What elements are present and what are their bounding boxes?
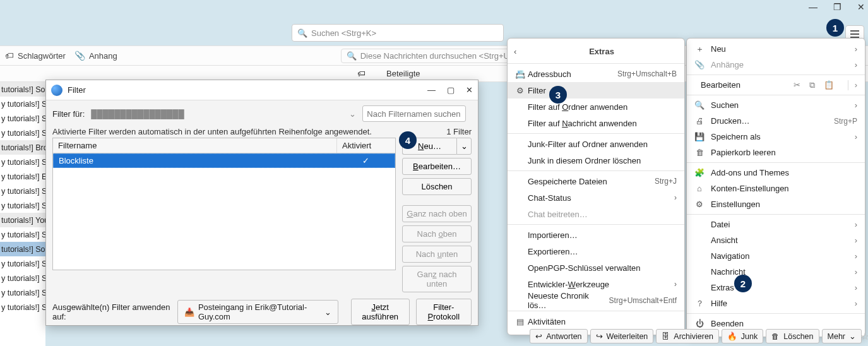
window-close-icon[interactable]: ✕ xyxy=(857,3,865,11)
message-row[interactable]: y tutorials!] S xyxy=(0,126,45,140)
extras-filter-message-label: Filter auf Nachricht anwenden xyxy=(528,119,637,128)
message-row[interactable]: y tutorials!] S xyxy=(0,97,45,111)
message-row[interactable]: y tutorials!] S xyxy=(0,111,45,126)
menu-search[interactable]: 🔍Suchen› xyxy=(687,97,865,113)
menu-attachments[interactable]: 📎Anhänge› xyxy=(687,57,865,73)
menu-settings[interactable]: ⚙Einstellungen xyxy=(687,196,865,212)
power-icon: ⏻ xyxy=(694,319,705,328)
star-icon[interactable]: ☆ xyxy=(860,330,868,342)
message-row[interactable]: y tutorials!] S xyxy=(0,155,45,169)
filter-list[interactable]: Filtername Aktiviert Blockliste ✓ xyxy=(52,138,396,270)
menu-addons[interactable]: 🧩Add-ons und Themes xyxy=(687,165,865,181)
dialog-maximize-icon[interactable]: ▢ xyxy=(447,85,455,95)
message-row[interactable]: y tutorials!] E xyxy=(0,169,45,184)
filter-delete-button[interactable]: Löschen xyxy=(402,178,472,195)
copy-icon[interactable]: ⧉ xyxy=(809,80,815,90)
menu-file[interactable]: Datei› xyxy=(687,217,865,232)
menu-accounts[interactable]: ⌂Konten-Einstellungen xyxy=(687,181,865,196)
filter-apply-target-select[interactable]: 📥Posteingang in Erik@Tutorial-Guy.com⌄ xyxy=(177,300,338,324)
message-row[interactable]: y tutorials!] S xyxy=(0,256,45,271)
menu-view[interactable]: Ansicht› xyxy=(687,232,865,248)
extras-chat-status[interactable]: Chat-Status› xyxy=(508,189,684,206)
dialog-minimize-icon[interactable]: — xyxy=(427,85,436,95)
tag-column-icon[interactable]: 🏷 xyxy=(357,69,366,78)
message-row[interactable]: y tutorials!] S xyxy=(0,285,45,300)
filter-list-header-name[interactable]: Filtername xyxy=(53,138,337,153)
window-minimize-icon[interactable]: — xyxy=(809,3,817,11)
extras-saved-files[interactable]: Gespeicherte DateienStrg+J xyxy=(508,173,684,189)
extras-devtools-label: Entwickler-Werkzeuge xyxy=(528,280,609,289)
chevron-right-icon: › xyxy=(855,251,857,261)
reply-label: Antworten xyxy=(546,332,581,341)
menu-help[interactable]: ？Hilfe› xyxy=(687,295,865,311)
chevron-right-icon: › xyxy=(855,283,857,292)
gear-icon: ⚙ xyxy=(694,200,705,209)
extras-import[interactable]: Importieren… xyxy=(508,227,684,243)
filter-protocol-button[interactable]: Filter-Protokoll xyxy=(416,299,472,325)
message-row[interactable]: tutorials!] Bro xyxy=(0,140,45,155)
menu-print[interactable]: 🖨Drucken…Strg+P xyxy=(687,113,865,129)
extras-junk-delete[interactable]: Junk in diesem Ordner löschen xyxy=(508,152,684,169)
column-header-participants[interactable]: Beteiligte xyxy=(380,69,426,78)
menu-new[interactable]: ＋Neu› xyxy=(687,41,865,57)
message-row[interactable]: tutorials!] Sor xyxy=(0,242,45,256)
extras-filter-message[interactable]: Filter auf Nachricht anwenden xyxy=(508,115,684,131)
menu-navigation[interactable]: Navigation› xyxy=(687,248,865,264)
reply-button[interactable]: ↩Antworten xyxy=(530,329,587,343)
paperclip-icon: 📎 xyxy=(694,60,705,69)
dialog-close-icon[interactable]: ✕ xyxy=(466,85,473,95)
delete-button[interactable]: 🗑Löschen xyxy=(766,329,819,343)
archive-button[interactable]: 🗄Archivieren xyxy=(656,329,719,343)
extras-export[interactable]: Exportieren… xyxy=(508,243,684,260)
filter-run-now-button[interactable]: Jetzt ausführen xyxy=(351,299,410,325)
forward-button[interactable]: ↪Weiterleiten xyxy=(590,329,654,343)
more-button[interactable]: Mehr⌄ xyxy=(822,329,862,343)
menu-settings-label: Einstellungen xyxy=(711,200,760,209)
back-icon[interactable]: ‹ xyxy=(514,47,525,56)
trash-icon: 🗑 xyxy=(694,148,705,157)
toolbar-tags-label: Schlagwörter xyxy=(18,51,66,61)
extras-clear-history[interactable]: Neueste Chronik lös…Strg+Umschalt+Entf xyxy=(508,292,684,309)
toolbar-attachment-button[interactable]: 📎Anhang xyxy=(74,51,117,61)
message-list[interactable]: tutorials!] Sory tutorials!] Sy tutorial… xyxy=(0,82,45,346)
filter-new-dropdown[interactable]: ⌄ xyxy=(456,138,472,155)
filter-account-select[interactable]: ████████████████⌄ xyxy=(91,109,356,119)
extras-filter-folder-label: Filter auf Ordner anwenden xyxy=(528,102,627,112)
window-maximize-icon[interactable]: ❐ xyxy=(833,3,841,11)
filter-list-header-active[interactable]: Aktiviert xyxy=(337,138,395,153)
extras-junk-folder[interactable]: Junk-Filter auf Ordner anwenden xyxy=(508,136,684,152)
extras-openpgp[interactable]: OpenPGP-Schlüssel verwalten xyxy=(508,260,684,276)
filter-name-search-input[interactable] xyxy=(362,105,466,122)
menu-empty-trash[interactable]: 🗑Papierkorb leeren xyxy=(687,145,865,160)
message-row[interactable]: y tutorials!] S xyxy=(0,227,45,242)
menu-save-as[interactable]: 💾Speichern als› xyxy=(687,129,865,145)
inbox-icon: 📥 xyxy=(184,307,194,317)
filter-list-row[interactable]: Blockliste ✓ xyxy=(53,153,395,168)
chevron-right-icon: › xyxy=(674,193,677,202)
message-row[interactable]: tutorials!] You xyxy=(0,213,45,227)
filter-note-text: Aktivierte Filter werden automatisch in … xyxy=(52,127,372,136)
junk-button[interactable]: 🔥Junk xyxy=(722,329,763,343)
extras-filter[interactable]: ⚙Filter xyxy=(508,82,684,98)
menu-help-label: Hilfe xyxy=(711,299,727,308)
message-row[interactable]: y tutorials!] S xyxy=(0,300,45,314)
cut-icon[interactable]: ✂ xyxy=(794,80,800,90)
menu-message[interactable]: Nachricht› xyxy=(687,264,865,280)
toolbar-tags-button[interactable]: 🏷Schlagwörter xyxy=(5,51,66,61)
extras-filter-folder[interactable]: Filter auf Ordner anwenden xyxy=(508,98,684,115)
extras-devtools[interactable]: Entwickler-Werkzeuge› xyxy=(508,276,684,292)
menu-extras[interactable]: Extras› xyxy=(687,280,865,295)
extras-chat-status-label: Chat-Status xyxy=(528,193,571,203)
message-row[interactable]: tutorials!] Sor xyxy=(0,82,45,97)
extras-activities[interactable]: ▤Aktivitäten xyxy=(508,313,684,330)
extras-chat-join: Chat beitreten… xyxy=(508,206,684,222)
message-row[interactable]: y tutorials!] S xyxy=(0,271,45,285)
filter-dialog-title: Filter xyxy=(68,85,427,95)
message-row[interactable]: y tutorials!] S xyxy=(0,198,45,213)
extras-addressbook[interactable]: 📇AdressbuchStrg+Umschalt+B xyxy=(508,66,684,82)
paste-icon[interactable]: 📋 xyxy=(824,80,834,90)
message-row[interactable]: y tutorials!] S xyxy=(0,184,45,198)
filter-row-active-check[interactable]: ✓ xyxy=(336,154,395,167)
global-search-input[interactable]: 🔍 Suchen <Strg+K> xyxy=(292,24,504,42)
filter-edit-button[interactable]: Bearbeiten… xyxy=(402,158,472,175)
